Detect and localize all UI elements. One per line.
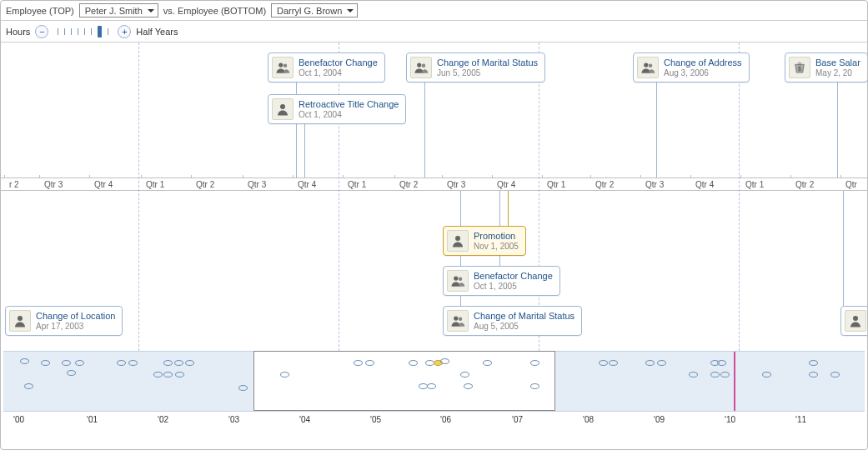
people-icon: [447, 310, 469, 332]
employee-bottom-dropdown[interactable]: Darryl G. Brown: [271, 3, 358, 18]
event-title: Benefactor Change: [474, 271, 553, 281]
axis-quarter-label: Qtr 2: [795, 180, 814, 189]
timeline-event[interactable]: Benefactor ChangeOct 1, 2004: [268, 52, 385, 82]
timeline-event[interactable]: Base SalarMay 2, 20: [785, 52, 868, 82]
employee-top-value: Peter J. Smith: [85, 6, 143, 16]
axis-quarter-label: r 2: [9, 180, 19, 189]
event-title: Change of Marital Status: [437, 58, 538, 68]
overview-year-label: '10: [725, 415, 735, 424]
chevron-down-icon: [148, 8, 154, 14]
timeline-event[interactable]: Benefactor ChangeOct 1, 2005: [443, 266, 560, 296]
event-date: Oct 1, 2004: [299, 110, 399, 119]
axis-quarter-label: Qtr 2: [196, 180, 214, 189]
overview-event-dot[interactable]: [645, 360, 655, 366]
overview-event-dot[interactable]: [41, 360, 50, 366]
employee-top-dropdown[interactable]: Peter J. Smith: [79, 3, 158, 18]
event-connector: [837, 81, 838, 178]
overview-year-label: '03: [228, 415, 239, 424]
overview-event-dot[interactable]: [185, 360, 194, 366]
overview-event-dot[interactable]: [153, 372, 163, 378]
axis-quarter-label: Qtr: [845, 180, 857, 189]
overview-year-label: '05: [370, 415, 381, 424]
overview-event-dot[interactable]: [609, 360, 618, 366]
event-date: Oct 1, 2005: [474, 282, 553, 291]
axis-quarter-label: Qtr 1: [547, 180, 565, 189]
timeline-event[interactable]: Change of Marital StatusJun 5, 2005: [406, 52, 545, 82]
overview-event-dot[interactable]: [117, 360, 126, 366]
overview-event-dot[interactable]: [530, 360, 539, 366]
overview-event-dot[interactable]: [717, 360, 726, 366]
event-title: Base Salar: [815, 58, 860, 68]
vs-label: vs. Employee (BOTTOM): [163, 6, 266, 16]
axis-quarter-label: Qtr 3: [447, 180, 465, 189]
axis-quarter-label: Qtr 4: [94, 180, 113, 189]
axis-quarter-label: Qtr 3: [645, 180, 664, 189]
overview-event-dot[interactable]: [163, 360, 173, 366]
timeline-event[interactable]: EJ: [840, 306, 868, 336]
overview-year-label: '07: [512, 415, 523, 424]
overview-event-dot[interactable]: [175, 372, 184, 378]
axis-quarter-label: Qtr 2: [595, 180, 614, 189]
axis-quarter-label: Qtr 2: [399, 180, 418, 189]
employee-bottom-value: Darryl G. Brown: [277, 6, 342, 16]
timeline-event[interactable]: Change of Marital StatusAug 5, 2005: [443, 306, 582, 336]
overview-event-dot[interactable]: [163, 372, 173, 378]
overview-visible-window[interactable]: [253, 351, 555, 411]
overview-event-dot[interactable]: [174, 360, 183, 366]
overview-year-label: '06: [440, 415, 451, 424]
person-icon: [447, 230, 469, 252]
overview-event-dot[interactable]: [599, 360, 608, 366]
event-date: Oct 1, 2004: [299, 68, 378, 78]
overview-event-dot[interactable]: [20, 358, 29, 364]
event-date: Apr 17, 2003: [36, 322, 115, 331]
timeline-event[interactable]: Change of LocationApr 17, 2003: [5, 306, 123, 336]
money-icon: [789, 57, 810, 78]
year-gridline: [539, 42, 539, 351]
overview-event-dot[interactable]: [354, 360, 363, 366]
overview-event-dot[interactable]: [128, 360, 138, 366]
overview-event-dot[interactable]: [710, 372, 720, 378]
zoom-out-button[interactable]: −: [35, 25, 48, 38]
overview-event-dot[interactable]: [460, 372, 469, 378]
overview-event-dot[interactable]: [365, 360, 374, 366]
overview-event-dot[interactable]: [689, 372, 698, 378]
overview-event-dot[interactable]: [409, 360, 418, 366]
overview-current-marker: [734, 352, 735, 411]
zoom-min-label: Hours: [6, 27, 30, 37]
event-title: Benefactor Change: [299, 58, 378, 68]
timeline-event[interactable]: Retroactive Title ChangeOct 1, 2004: [268, 94, 406, 124]
overview-event-dot[interactable]: [67, 370, 76, 376]
overview-year-label: '09: [654, 415, 665, 424]
axis-quarter-label: Qtr 1: [146, 180, 164, 189]
event-connector: [656, 81, 657, 178]
zoom-slider[interactable]: [53, 25, 113, 38]
overview-event-dot[interactable]: [657, 360, 666, 366]
overview-event-dot[interactable]: [762, 372, 771, 378]
overview-event-dot[interactable]: [62, 360, 71, 366]
people-icon: [410, 57, 432, 78]
overview-event-dot[interactable]: [720, 372, 730, 378]
overview-event-dot[interactable]: [530, 383, 539, 389]
event-title: Change of Marital Status: [474, 311, 574, 321]
overview-event-dot[interactable]: [440, 358, 449, 364]
people-icon: [447, 270, 469, 292]
timeline-canvas[interactable]: r 2Qtr 3Qtr 4Qtr 1Qtr 2Qtr 3Qtr 4Qtr 1Qt…: [1, 42, 867, 351]
overview-event-dot[interactable]: [75, 360, 84, 366]
overview-event-dot[interactable]: [427, 383, 436, 389]
overview-event-dot[interactable]: [238, 385, 248, 391]
year-gridline: [739, 42, 740, 351]
overview-event-dot[interactable]: [464, 383, 473, 389]
axis-quarter-label: Qtr 4: [497, 180, 515, 189]
overview-event-dot[interactable]: [280, 372, 289, 378]
timeline-event[interactable]: PromotionNov 1, 2005: [443, 226, 526, 256]
overview-strip[interactable]: '00'01'02'03'04'05'06'07'08'09'10'11: [3, 351, 865, 426]
event-date: May 2, 20: [815, 68, 860, 78]
overview-event-dot[interactable]: [830, 372, 840, 378]
overview-event-dot[interactable]: [809, 372, 818, 378]
overview-event-dot[interactable]: [809, 360, 818, 366]
timeline-event[interactable]: Change of AddressAug 3, 2006: [633, 52, 750, 82]
overview-event-dot[interactable]: [24, 383, 33, 389]
zoom-in-button[interactable]: +: [118, 25, 131, 38]
overview-event-dot[interactable]: [483, 360, 492, 366]
axis-quarter-label: Qtr 1: [745, 180, 764, 189]
